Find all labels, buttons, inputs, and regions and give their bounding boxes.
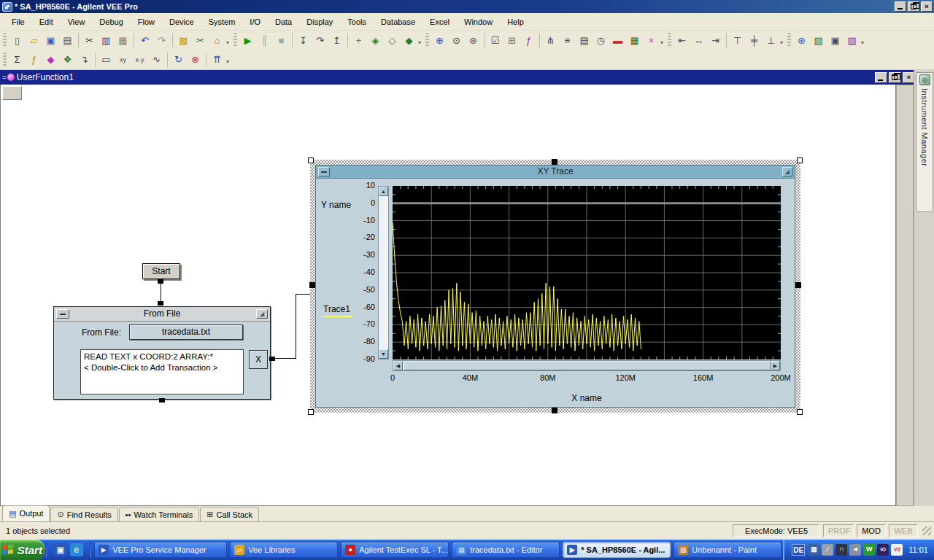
step-over-icon[interactable]: ↷ [312,33,328,48]
align-center-icon[interactable]: ↔ [691,33,706,48]
from-file-filename-button[interactable]: tracedata.txt [129,324,243,340]
new-file-icon[interactable]: ▯ [9,33,25,48]
find-icon[interactable]: ⊙ [449,33,464,48]
from-file-resize-button[interactable]: ◢ [256,309,268,319]
align-left-icon[interactable]: ⇤ [674,33,690,48]
undo-icon[interactable]: ↶ [137,33,153,48]
menu-system[interactable]: System [201,15,243,28]
xy-trace-titlebar[interactable]: XY Trace [316,166,795,179]
from-file-transaction-list[interactable]: READ TEXT x COORD:2 ARRAY:*< Double-Clic… [80,349,244,394]
tab-find-results[interactable]: ⊙Find Results [50,507,117,521]
script-icon[interactable]: ƒ [521,33,536,48]
scroll-down-icon[interactable]: ▼ [379,349,388,359]
selection-handle-right-middle[interactable] [795,282,801,288]
menu-database[interactable]: Database [374,15,422,28]
menu-debug[interactable]: Debug [92,15,130,28]
scroll-up-icon[interactable]: ▲ [379,187,388,196]
toolbar-overflow-icon[interactable]: ▾ [226,39,229,46]
selection-handle-left-middle[interactable] [309,282,315,288]
run-icon[interactable]: ▶ [240,33,255,48]
quick-launch-app-icon[interactable]: ▣ [54,543,67,556]
selection-handle-bottom-center[interactable] [552,408,557,413]
xy-trace-resize-button[interactable]: ◢ [782,167,792,176]
cut-icon[interactable]: ✂ [82,33,97,48]
x-axis-scrollbar[interactable]: ◀ ▶ [393,360,781,371]
menu-data[interactable]: Data [268,15,299,28]
distribute-middle-icon[interactable]: ╪ [746,33,762,48]
toolbar-overflow-icon[interactable]: ▾ [861,39,864,46]
stop-icon[interactable]: ■ [274,33,289,48]
redo-icon[interactable]: ↷ [154,33,169,48]
properties-icon[interactable]: ≡ [560,33,575,48]
panel-view-icon[interactable]: ▣ [827,33,843,48]
tray-headset-icon[interactable]: ∩ [835,544,847,556]
panel-icon[interactable]: ▭ [99,52,114,67]
toolbar-overflow-icon[interactable]: ▾ [660,39,663,46]
tab-output[interactable]: ▤Output [2,505,50,521]
menu-io[interactable]: I/O [242,15,268,28]
web-export-icon[interactable]: ▧ [811,33,826,48]
tray-w-icon[interactable]: W [863,544,875,556]
home-icon[interactable]: ⌂ [209,33,225,48]
show-flow-icon[interactable]: ◈ [368,33,383,48]
taskbar-button-vee-service-manager[interactable]: ▶VEE Pro Service Manager [94,542,227,558]
auto-layout-icon[interactable]: ◆ [401,33,417,48]
menu-edit[interactable]: Edit [32,15,61,28]
selection-handle-top-center[interactable] [552,159,557,165]
menu-help[interactable]: Help [500,15,531,28]
selection-handle-bottom-right[interactable] [797,409,803,415]
from-file-output-pin-x[interactable]: X [249,350,268,369]
taskbar-button-vee-libraries[interactable]: ▱Vee Libraries [230,542,338,558]
menu-tools[interactable]: Tools [340,15,374,28]
find-in-files-icon[interactable]: ⊛ [466,33,481,48]
distribute-bottom-icon[interactable]: ⊥ [763,33,779,48]
toolbar-overflow-icon[interactable]: ▾ [780,39,783,46]
tray-key-icon[interactable]: ⁄ [822,544,833,556]
database-window-icon[interactable]: ▦ [627,33,642,48]
pan-icon[interactable]: + [351,33,366,48]
selection-handle-top-left[interactable] [308,158,314,163]
menu-window[interactable]: Window [457,15,500,28]
menu-view[interactable]: View [61,15,93,28]
export-image-icon[interactable]: ▨ [844,33,860,48]
close-button[interactable]: × [921,1,933,12]
xy-display-icon[interactable]: xy [115,52,131,67]
tray-volume-icon[interactable]: ◄ [849,544,861,556]
delete-lines-icon[interactable]: ✂ [193,33,208,48]
from-file-titlebar[interactable]: From File [54,307,270,322]
toolbar-overflow-icon[interactable]: ▾ [226,58,229,65]
taskbar-button-testexec[interactable]: ●Agilent TestExec SL - T... [341,542,449,558]
xy-trace-minimize-button[interactable] [318,167,330,176]
userfunction-restore-button[interactable] [889,72,901,83]
web-icon[interactable]: ⊛ [794,33,809,48]
center-screen-icon[interactable]: ⊕ [432,33,447,48]
open-folder-icon[interactable]: ▱ [26,33,42,48]
minimize-button[interactable] [895,1,906,12]
pause-icon[interactable]: ║ [257,33,272,48]
x-scrollbar-thumb[interactable] [404,361,771,370]
tab-call-stack[interactable]: ⊞Call Stack [200,507,259,521]
cancel-icon[interactable]: ⊗ [188,52,203,67]
import-icon[interactable]: ↴ [77,52,92,67]
step-out-icon[interactable]: ↥ [329,33,344,48]
from-file-object[interactable]: From File ◢ From File: tracedata.txt REA… [53,306,271,400]
print-icon[interactable]: ▤ [60,33,75,48]
workspace[interactable]: Start From File ◢ From File: tracedata.t… [0,85,896,506]
tray-io-icon[interactable]: IO [877,544,889,556]
start-object[interactable]: Start [142,263,180,279]
io-beads-icon[interactable]: ⇈ [209,52,225,67]
waveform-icon[interactable]: ∿ [149,52,164,67]
selection-handle-top-right[interactable] [797,158,803,163]
language-indicator[interactable]: DE [792,544,805,556]
preferences-icon[interactable]: ☑ [487,33,503,48]
x-axis-name-label[interactable]: X name [571,393,601,403]
refresh-icon[interactable]: ↻ [171,52,186,67]
instrument-manager-tab[interactable]: ⊙ Instrument Manager [916,72,933,212]
menu-excel[interactable]: Excel [422,15,457,28]
tray-vee-icon[interactable]: V2 [891,544,903,556]
start-menu-button[interactable]: Start [0,540,45,560]
multi-formula-icon[interactable]: ❖ [60,52,75,67]
menu-device[interactable]: Device [162,15,201,28]
workspace-vertical-scrollbar[interactable] [896,85,914,506]
menu-file[interactable]: File [4,15,32,28]
